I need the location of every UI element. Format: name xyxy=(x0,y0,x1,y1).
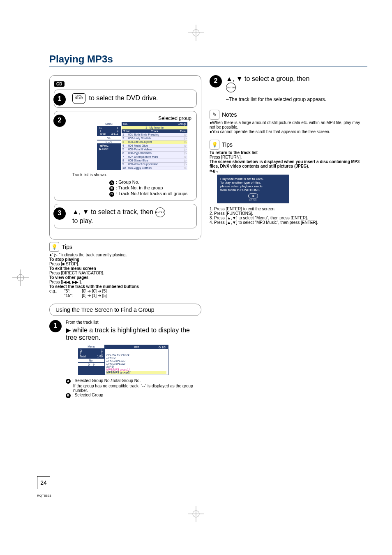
tree-section-heading: Using the Tree Screen to Find a Group xyxy=(49,304,201,316)
menu-table: Menu G1 T3 Total3/111 No. 0 – 9 ◀ Prev. … xyxy=(97,122,193,170)
lightbulb-icon: 💡 xyxy=(210,140,219,150)
from-track-list: From the track list xyxy=(66,320,201,325)
menu-header-label: Menu xyxy=(97,122,121,126)
track-list-shown: Track list is shown. xyxy=(72,173,193,177)
step-1-badge: 1 xyxy=(53,93,66,106)
right-tips-heading: 💡 Tips xyxy=(210,140,362,150)
drive-select-button-icon: DRIVE SELECT xyxy=(72,93,85,104)
dialog-line: To play another type of files, xyxy=(220,181,286,184)
selected-group-label: Selected group xyxy=(72,115,191,121)
track-row: 9009-Velvet Cuppermine▷ xyxy=(122,163,187,166)
page-number: 24 xyxy=(37,476,50,489)
step-3-text: ▲, ▼ to select a track, then ENTER to pl… xyxy=(72,207,193,225)
registration-mark-icon xyxy=(188,506,204,522)
left-outer-frame: CD 1 DRIVE SELECT to select the DVD driv… xyxy=(49,75,201,240)
legend-a-icon: A xyxy=(109,180,114,185)
right-tips-body: To return to the track listPress [RETURN… xyxy=(210,150,362,225)
tips-body: ●" ▷ " indicates the track currently pla… xyxy=(49,253,201,298)
tree-line: /JPEG/JPEG2/ xyxy=(106,362,166,365)
dialog-line: Playback mode is set to DivX. xyxy=(220,177,286,181)
track-row: 5005-Paint It Yellow▷ xyxy=(122,148,187,152)
dialog-line: please select playback mode xyxy=(220,184,286,188)
instruction-step: 2. Press [FUNCTIONS]. xyxy=(210,211,362,216)
page-title: Playing MP3s xyxy=(49,53,367,67)
right-step-2-badge: 2 xyxy=(210,75,222,88)
tree-legend: A: Selected Group No./Total Group No. If… xyxy=(66,378,201,398)
registration-mark-icon xyxy=(188,25,204,41)
track-row: 10010-Ziggy Starfish▷ xyxy=(122,166,187,170)
rqt-code: RQT8853 xyxy=(37,494,51,497)
playback-dialog: Playback mode is set to DivX.To play ano… xyxy=(217,175,289,203)
tree-line: /JPEG/ xyxy=(106,357,166,359)
right-step2-text: ▲, ▼ to select a group, then ENTER –The … xyxy=(226,75,362,102)
legend-block: A: Group No. B: Track No. in the group C… xyxy=(109,180,193,197)
svg-point-0 xyxy=(193,30,199,36)
notes-heading: ✎ Notes xyxy=(210,110,362,120)
note-line: ●When there is a large amount of still p… xyxy=(210,120,362,129)
tree-line: /MP3/ xyxy=(106,365,166,368)
instruction-step: 1. Press [ENTER] to exit the screen. xyxy=(210,207,362,211)
step-2-badge: 2 xyxy=(53,115,66,127)
svg-point-6 xyxy=(17,274,24,281)
enter-ok-icon: ◉ xyxy=(248,193,258,198)
tree-line: MP3/MP3 group1/ xyxy=(106,368,166,371)
track-row: 8008-Starry Blue▷ xyxy=(122,159,187,163)
track-row: 2002-Lady Starfish▷ xyxy=(122,137,187,140)
legend-c-icon: C xyxy=(109,192,114,197)
note-line: ●You cannot operate the scroll bar that … xyxy=(210,129,362,134)
tree-step-1-badge: 1 xyxy=(49,320,62,332)
tree-screen: Menu G1 T1 Total1/49 No. 0 – 9 Tree G 1/… xyxy=(78,345,168,375)
tips-heading: 💡 Tips xyxy=(49,242,201,252)
enter-button-icon: ENTER xyxy=(155,207,165,217)
no-label: No. xyxy=(97,136,121,140)
tree-line: MP3/MP3 group2/ xyxy=(106,371,166,374)
right-step2-sub: –The track list for the selected group a… xyxy=(226,97,362,102)
enter-button-icon: ENTER xyxy=(226,83,236,92)
tree-step1-text: ▶ while a track is highlighted to displa… xyxy=(66,326,201,341)
registration-mark-icon xyxy=(12,269,29,286)
notes-icon: ✎ xyxy=(210,110,219,120)
step-3-badge: 3 xyxy=(53,207,66,220)
legend-b-icon: B xyxy=(109,186,114,191)
svg-point-3 xyxy=(193,511,199,517)
track-row: 1001-Both Ends Freezing▷ xyxy=(122,133,187,137)
instruction-step: 3. Press [▲,▼] to select "Menu", then pr… xyxy=(210,216,362,220)
track-row: 4004-Metal Glue▷ xyxy=(122,144,187,148)
instruction-step: 4. Press [▲,▼] to select "MP3 Music", th… xyxy=(210,220,362,225)
lightbulb-icon: 💡 xyxy=(49,242,59,252)
notes-body: ●When there is a large amount of still p… xyxy=(210,120,362,134)
step-1-text: DRIVE SELECT to select the DVD drive. xyxy=(72,93,193,104)
dialog-line: from Menu in FUNCTIONS. xyxy=(220,188,286,192)
track-row: 3003-Life on Jupiter▷ xyxy=(122,140,187,144)
track-row: 6006-Pyjamamama▷ xyxy=(122,152,187,155)
cd-badge: CD xyxy=(54,81,65,87)
track-row: 7007-Shrimps from Mars▷ xyxy=(122,155,187,159)
step-1-label: to select the DVD drive. xyxy=(89,94,158,101)
tree-line: CD-RW for Check xyxy=(106,354,166,357)
tree-line: /JPEG/JPEG1/ xyxy=(106,359,166,362)
